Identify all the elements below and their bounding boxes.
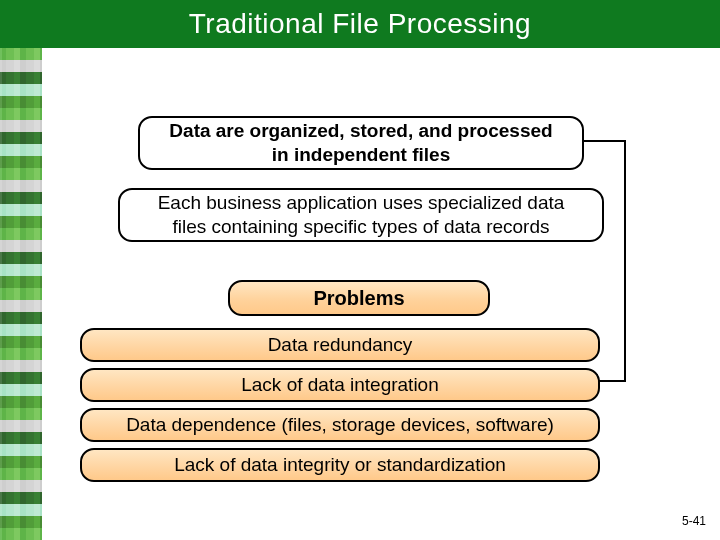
problem-item-2: Lack of data integration (80, 368, 600, 402)
intro-box: Data are organized, stored, and processe… (138, 116, 584, 170)
problem-4-text: Lack of data integrity or standardizatio… (174, 453, 506, 477)
connector-v-right (624, 140, 626, 382)
intro-line1: Data are organized, stored, and processe… (169, 119, 552, 143)
detail-line2: files containing specific types of data … (172, 215, 549, 239)
connector-h-bottom (596, 380, 626, 382)
title-bar: Traditional File Processing (0, 0, 720, 48)
problem-2-text: Lack of data integration (241, 373, 439, 397)
problem-item-1: Data redundancy (80, 328, 600, 362)
detail-line1: Each business application uses specializ… (158, 191, 565, 215)
connector-h-top (580, 140, 626, 142)
problem-item-4: Lack of data integrity or standardizatio… (80, 448, 600, 482)
problems-header: Problems (228, 280, 490, 316)
page-number: 5-41 (682, 514, 706, 528)
problems-header-text: Problems (313, 286, 404, 311)
problem-item-3: Data dependence (files, storage devices,… (80, 408, 600, 442)
slide-title: Traditional File Processing (189, 8, 531, 40)
detail-box: Each business application uses specializ… (118, 188, 604, 242)
intro-line2: in independent files (272, 143, 450, 167)
problem-3-text: Data dependence (files, storage devices,… (126, 413, 554, 437)
slide-body: Data are organized, stored, and processe… (0, 48, 720, 540)
problem-1-text: Data redundancy (268, 333, 413, 357)
